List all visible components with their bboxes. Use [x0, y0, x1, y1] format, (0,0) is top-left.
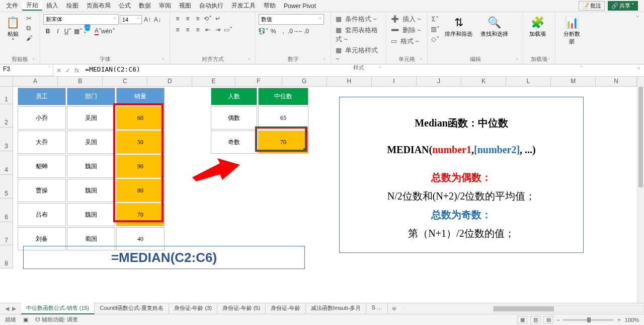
sheet-tab[interactable]: 身份证-年龄 — [266, 303, 306, 314]
underline-icon[interactable]: U˅ — [63, 27, 72, 36]
tab-next-icon[interactable]: ▶ — [12, 305, 16, 312]
sheet-tab[interactable]: Countif函数公式-重复姓名 — [95, 303, 169, 314]
row-5[interactable]: 5 — [0, 175, 13, 199]
row-8[interactable]: 8 — [0, 245, 13, 269]
menu-powerpivot[interactable]: Power Pivot — [280, 3, 320, 10]
menu-file[interactable]: 文件 — [2, 2, 22, 10]
col-K[interactable]: K — [461, 77, 506, 86]
align-middle-icon[interactable]: ≡ — [183, 14, 192, 23]
menu-layout[interactable]: 页面布局 — [83, 2, 115, 10]
page-break-view-button[interactable]: ▤ — [543, 316, 553, 324]
analyze-data-button[interactable]: 📊分析数据 — [558, 14, 585, 47]
addins-button[interactable]: 🧩加载项 — [526, 14, 549, 40]
sheet-tab[interactable]: 身份证-年龄 (3) — [169, 303, 217, 314]
cell-styles-button[interactable]: ▦ 单元格样式 ~ — [334, 45, 383, 63]
autosum-icon[interactable]: Σ˅ — [431, 14, 440, 23]
paste-button[interactable]: 📋 粘贴˅ — [3, 14, 23, 46]
sheet-tab[interactable]: 减法函数Imsub-多月 — [306, 303, 367, 314]
row-1[interactable]: 1 — [0, 87, 13, 104]
format-cells-button[interactable]: ▭ 格式 ~ — [389, 36, 424, 46]
table-format-button[interactable]: ▦ 套用表格格式 ~ — [334, 25, 383, 44]
expand-formula-icon[interactable]: ˅ — [634, 64, 644, 76]
dec-decimal-icon[interactable]: ←.0 — [299, 27, 308, 36]
col-B[interactable]: B — [58, 77, 103, 86]
zoom-out-button[interactable]: − — [556, 317, 559, 323]
merge-icon[interactable]: ▭˅ — [223, 25, 232, 34]
col-E[interactable]: E — [192, 77, 235, 86]
zoom-slider[interactable] — [563, 319, 613, 321]
menu-data[interactable]: 数据 — [135, 2, 155, 10]
menu-draw[interactable]: 绘图 — [62, 2, 83, 10]
col-C[interactable]: C — [103, 77, 147, 86]
row-3[interactable]: 3 — [0, 127, 13, 151]
phonetic-icon[interactable]: wén˅ — [104, 27, 113, 36]
sheet-tab[interactable]: 中位数函数公式-销售 (15) — [21, 303, 95, 314]
cancel-formula-icon[interactable]: ✕ — [56, 67, 61, 74]
row-headers[interactable]: 12345678 — [0, 87, 13, 269]
col-D[interactable]: D — [147, 77, 192, 86]
spreadsheet[interactable]: ABCDEFGHIJKLMN 12345678 员工 部门 销量 小乔吴国60大… — [0, 77, 644, 303]
find-select-button[interactable]: 🔍查找和选择 — [477, 14, 511, 40]
align-right-icon[interactable]: ≡ — [193, 25, 202, 34]
col-M[interactable]: M — [551, 77, 596, 86]
indent-inc-icon[interactable]: ⇥ — [213, 25, 222, 34]
share-button[interactable]: 🔗 共享 ˅ — [608, 1, 638, 11]
decrease-font-icon[interactable]: A↓ — [153, 15, 162, 24]
number-format-combo[interactable]: 数值 — [259, 14, 324, 25]
page-layout-view-button[interactable]: ▥ — [530, 316, 540, 324]
delete-cells-button[interactable]: ➖ 删除 ~ — [389, 25, 424, 35]
normal-view-button[interactable]: ▦ — [517, 316, 527, 324]
cut-icon[interactable]: ✂ — [25, 14, 34, 23]
format-painter-icon[interactable]: 🖌 — [25, 34, 34, 42]
comma-icon[interactable]: , — [279, 27, 288, 36]
copy-icon[interactable]: ⧉ — [25, 24, 34, 33]
menu-automate[interactable]: 自动执行 — [195, 2, 227, 10]
sort-filter-button[interactable]: ⇅排序和筛选 — [442, 14, 475, 40]
horizontal-scrollbar[interactable] — [493, 305, 644, 312]
col-I[interactable]: I — [372, 77, 417, 86]
orientation-icon[interactable]: ⟲˅ — [203, 14, 212, 23]
conditional-format-button[interactable]: ▦ 条件格式 ~ — [334, 14, 383, 24]
align-bottom-icon[interactable]: ≡ — [193, 14, 202, 23]
ribbon-collapse-icon[interactable]: ˅ — [631, 12, 644, 64]
tab-prev-icon[interactable]: ◀ — [5, 305, 9, 312]
clear-icon[interactable]: ◇˅ — [431, 34, 440, 43]
fill-icon[interactable]: ▥˅ — [431, 24, 440, 33]
vertical-scrollbar[interactable] — [637, 77, 644, 303]
row-6[interactable]: 6 — [0, 199, 13, 222]
menu-review[interactable]: 审阅 — [155, 2, 175, 10]
align-left-icon[interactable]: ≡ — [173, 25, 182, 34]
fx-icon[interactable]: fx — [74, 67, 79, 74]
align-center-icon[interactable]: ≡ — [183, 25, 192, 34]
name-box[interactable]: F3 — [0, 64, 53, 76]
insert-cells-button[interactable]: ➕ 插入 ~ — [389, 14, 424, 24]
col-G[interactable]: G — [282, 77, 327, 86]
row-4[interactable]: 4 — [0, 151, 13, 175]
menu-view[interactable]: 视图 — [175, 2, 195, 10]
col-A[interactable]: A — [13, 77, 58, 86]
border-icon[interactable]: ▦˅ — [73, 27, 83, 36]
menu-formulas[interactable]: 公式 — [115, 2, 135, 10]
comments-button[interactable]: 📝 批注 — [579, 1, 605, 11]
menu-help[interactable]: 帮助 — [260, 2, 280, 10]
hscroll-thumb[interactable] — [494, 306, 554, 311]
new-sheet-button[interactable]: ⊕ — [388, 305, 400, 312]
col-F[interactable]: F — [235, 77, 282, 86]
col-L[interactable]: L — [506, 77, 551, 86]
col-H[interactable]: H — [327, 77, 372, 86]
col-N[interactable]: N — [596, 77, 637, 86]
wrap-text-icon[interactable]: ↵ — [213, 14, 222, 23]
row-7[interactable]: 7 — [0, 222, 13, 245]
select-all-corner[interactable] — [0, 77, 13, 87]
row-2[interactable]: 2 — [0, 104, 13, 127]
menu-insert[interactable]: 插入 — [42, 2, 62, 10]
macro-rec-icon[interactable]: ▣ — [23, 316, 28, 323]
menu-devtools[interactable]: 开发工具 — [227, 2, 260, 10]
fill-color-icon[interactable]: 🪣˅ — [84, 27, 93, 36]
bold-icon[interactable]: B — [43, 27, 52, 36]
zoom-in-button[interactable]: ＋ — [616, 316, 622, 323]
increase-font-icon[interactable]: A↑ — [143, 15, 152, 24]
scroll-thumb[interactable] — [638, 87, 643, 187]
sheet-tab[interactable]: 身份证-年龄 (5) — [217, 303, 266, 314]
percent-icon[interactable]: % — [269, 27, 278, 36]
